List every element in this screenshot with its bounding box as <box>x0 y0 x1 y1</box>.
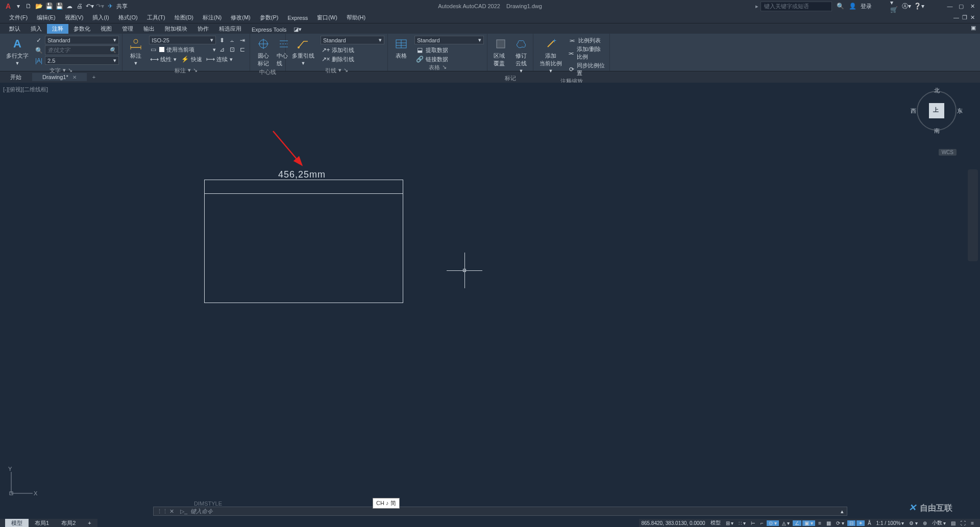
menu-file[interactable]: 文件(F) <box>5 13 32 22</box>
wipeout-button[interactable]: 区域覆盖 <box>491 36 511 74</box>
tab-collab[interactable]: 协作 <box>192 24 214 34</box>
tab-view[interactable]: 视图 <box>95 24 117 34</box>
login-label[interactable]: 登录 <box>861 3 872 10</box>
dim-tool1-icon[interactable]: ⊿ <box>218 45 226 54</box>
menu-view[interactable]: 视图(V) <box>61 13 88 22</box>
dim-quick-button[interactable]: ⚡快速 <box>180 55 203 64</box>
anno-scale-dropdown[interactable]: 1:1 / 100% ▾ <box>874 520 906 526</box>
dimension-button[interactable]: 标注 ▼ <box>126 36 146 67</box>
tab-default[interactable]: 默认 <box>4 24 26 34</box>
drawing-canvas[interactable]: [-][俯视][二维线框] 北 南 东 西 上 WCS 456,25mm Y X <box>0 83 980 508</box>
revcloud-button[interactable]: 修订 云线 ▼ <box>511 36 531 74</box>
menu-format[interactable]: 格式(O) <box>114 13 142 22</box>
osnap-icon[interactable]: ▣ ▾ <box>802 520 815 526</box>
tab-parametric[interactable]: 参数化 <box>68 24 95 34</box>
dim-linear-button[interactable]: ⟷线性▾ <box>149 55 178 64</box>
maximize-icon[interactable]: ▢ <box>958 3 965 10</box>
customize-icon[interactable]: ≡ <box>969 520 976 526</box>
ribbon-collapse-icon[interactable]: ▣ <box>971 24 976 31</box>
dim-continue-button[interactable]: ⟼连续▾ <box>205 55 234 64</box>
save-icon[interactable]: 💾 <box>45 2 53 10</box>
dialog-launcher-icon[interactable]: ↘ <box>442 64 447 71</box>
scale-list-button[interactable]: ⫘比例列表 <box>567 36 606 45</box>
qat-menu-icon[interactable]: ▾ <box>14 2 22 10</box>
text-height-dropdown[interactable]: 2.5 ▾ <box>45 56 119 65</box>
chevron-down-icon[interactable]: ▾ <box>338 67 341 74</box>
spellcheck-icon[interactable]: ✓ <box>35 36 43 44</box>
text-height-icon[interactable]: |A| <box>35 57 43 65</box>
lineweight-icon[interactable]: ≡ <box>816 520 823 526</box>
start-tab[interactable]: 开始 <box>0 72 32 82</box>
share-label[interactable]: 共享 <box>116 3 128 10</box>
transparency-icon[interactable]: ▦ <box>824 520 833 526</box>
tab-addins[interactable]: 附加模块 <box>160 24 192 34</box>
menu-param[interactable]: 参数(P) <box>256 13 283 22</box>
search-input[interactable]: 键入关键字或短语 <box>761 2 832 11</box>
app-logo[interactable]: A <box>4 2 12 10</box>
extract-data-button[interactable]: ⬓提取数据 <box>414 45 484 55</box>
share-icon[interactable]: ✈ <box>106 2 114 10</box>
otrack-icon[interactable]: ∠ <box>793 520 801 526</box>
redo-icon[interactable]: ↷▾ <box>96 2 104 10</box>
dim-break-icon[interactable]: ⫠ <box>228 36 236 44</box>
link-data-button[interactable]: 🔗链接数据 <box>414 55 484 64</box>
tab-output[interactable]: 输出 <box>138 24 160 34</box>
dialog-launcher-icon[interactable]: ↘ <box>344 67 348 74</box>
plot-icon[interactable]: 🖨 <box>76 2 84 10</box>
center-mark-button[interactable]: 圆心 标记 <box>253 36 274 68</box>
polar-icon[interactable]: ⊙ ▾ <box>767 520 779 526</box>
menu-window[interactable]: 窗口(W) <box>313 13 341 22</box>
add-layout-button[interactable]: + <box>82 519 97 526</box>
sync-scale-button[interactable]: ⟳同步比例位置 <box>567 61 606 78</box>
ortho-icon[interactable]: ⌐ <box>758 520 766 526</box>
tab-insert[interactable]: 插入 <box>26 24 47 34</box>
snap-icon[interactable]: ∷ ▾ <box>737 520 748 526</box>
coords-readout[interactable]: 865.8420, 383.0130, 0.0000 <box>639 520 707 526</box>
quick-props-icon[interactable]: ▤ <box>949 520 958 526</box>
layout-2[interactable]: 布局2 <box>55 519 82 528</box>
add-del-scale-button[interactable]: ⫘添加/删除比例 <box>567 45 606 61</box>
anno-monitor-icon[interactable]: ⊕ <box>921 520 929 526</box>
anno-vis-icon[interactable]: ✦ <box>856 520 865 526</box>
doc-close-icon[interactable]: ✕ <box>970 14 975 21</box>
doc-minimize-icon[interactable]: — <box>953 14 959 21</box>
menu-edit[interactable]: 编辑(E) <box>33 13 60 22</box>
model-space-button[interactable]: 模型 <box>708 519 723 526</box>
grid-icon[interactable]: ⊞ ▾ <box>724 520 736 526</box>
layout-model[interactable]: 模型 <box>5 519 29 528</box>
find-text-input[interactable]: 查找文字 🔍 <box>45 45 119 55</box>
add-current-scale-button[interactable]: + 添加 当前比例 ▼ <box>536 36 565 78</box>
web-open-icon[interactable]: ☁ <box>65 2 74 10</box>
tab-manage[interactable]: 管理 <box>117 24 138 34</box>
undo-icon[interactable]: ↶▾ <box>86 2 94 10</box>
viewcube[interactable]: 北 南 东 西 上 <box>914 88 960 134</box>
clean-screen-icon[interactable]: ⛶ <box>959 520 968 526</box>
tab-annotate[interactable]: 注释 <box>47 24 68 34</box>
tab-express-tools[interactable]: Express Tools <box>247 26 291 34</box>
mtext-button[interactable]: A 多行文字 ▼ <box>3 36 32 67</box>
layer-icon[interactable]: ▭ <box>149 45 157 54</box>
cart-icon[interactable]: ▾ 🛒 <box>890 2 898 10</box>
dim-style-dropdown[interactable]: ISO-25 ▾ <box>149 36 216 44</box>
menu-help[interactable]: 帮助(H) <box>342 13 370 22</box>
dyn-input-icon[interactable]: ⊟ <box>847 520 855 526</box>
new-icon[interactable]: 🗋 <box>24 2 33 10</box>
wcs-label[interactable]: WCS <box>939 149 957 156</box>
menu-tools[interactable]: 工具(T) <box>143 13 169 22</box>
text-style-dropdown[interactable]: Standard ▾ <box>45 36 119 44</box>
nav-bar[interactable] <box>968 169 978 261</box>
help-icon[interactable]: ❔▾ <box>915 2 923 10</box>
drawing-tab[interactable]: Drawing1* ✕ <box>32 73 87 81</box>
infer-icon[interactable]: ⊢ <box>749 520 757 526</box>
command-handle-icon[interactable]: ⋮⋮ ✕ <box>154 508 177 515</box>
dim-update-icon[interactable]: ⬍ <box>218 36 226 44</box>
menu-modify[interactable]: 修改(M) <box>227 13 255 22</box>
menu-draw[interactable]: 绘图(D) <box>170 13 198 22</box>
dialog-launcher-icon[interactable]: ↘ <box>193 67 198 74</box>
dim-tool2-icon[interactable]: ⊡ <box>228 45 236 54</box>
dim-space-icon[interactable]: ⇥ <box>238 36 247 44</box>
close-tab-icon[interactable]: ✕ <box>72 74 77 80</box>
command-input[interactable]: ⋮⋮ ✕ ▷_ 键入命令 ▴ <box>153 507 847 516</box>
search-icon[interactable]: 🔍 <box>836 2 844 10</box>
menu-dim[interactable]: 标注(N) <box>199 13 226 22</box>
